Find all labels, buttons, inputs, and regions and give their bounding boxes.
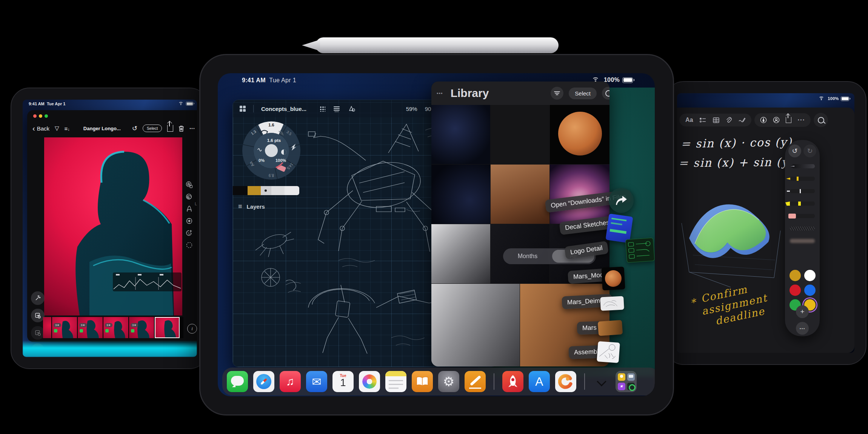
filmstrip-thumb[interactable]: 3★	[129, 317, 154, 338]
filter-icon[interactable]: ▽	[55, 125, 59, 132]
rack-more-button[interactable]: ···	[796, 322, 809, 335]
highlighter-tool[interactable]	[790, 202, 815, 206]
mail-app-icon[interactable]: ✉	[306, 371, 327, 392]
calendar-app-icon[interactable]: Tue 1	[332, 371, 354, 392]
window-more-icon[interactable]: •••	[437, 91, 443, 96]
photo-thumb-rover-bw[interactable]	[431, 284, 520, 366]
close-window-dot[interactable]	[33, 114, 37, 118]
photo-thumb-starfield-2[interactable]	[431, 165, 490, 224]
auto-adjust-icon[interactable]	[31, 291, 45, 305]
concepts-doc-title[interactable]: Concepts_blue...	[261, 106, 306, 112]
green-decal-card[interactable]	[625, 237, 655, 263]
yellow-marker-tool[interactable]	[790, 177, 815, 181]
mars-deimos-thumb[interactable]	[600, 296, 624, 311]
music-app-icon[interactable]: ♫	[280, 371, 301, 392]
assembly-thumb[interactable]	[597, 341, 620, 363]
safari-app-icon[interactable]	[253, 371, 274, 392]
dot-grid-icon[interactable]	[319, 106, 325, 112]
sort-icon[interactable]: ≡↓	[65, 125, 70, 132]
tool-wheel[interactable]: 1.6 1.3 3.5 8.9 14.5 Aa 1.6 pts 0% 100%	[238, 117, 303, 181]
fineliner-tool[interactable]	[790, 189, 815, 193]
styles-icon[interactable]	[186, 181, 193, 188]
eraser-tool[interactable]	[790, 214, 815, 218]
blur-tool[interactable]	[790, 239, 815, 243]
window-controls[interactable]	[33, 114, 48, 118]
dock-chevron-down-icon[interactable]	[597, 377, 606, 386]
pen-circle-icon[interactable]	[760, 117, 767, 123]
retouch-icon[interactable]	[186, 229, 193, 237]
color-white[interactable]	[804, 270, 816, 281]
photo-thumb-nebula[interactable]	[491, 105, 549, 164]
back-button[interactable]: ‹ Back	[32, 125, 49, 132]
curves-icon[interactable]	[186, 205, 193, 212]
undo-button[interactable]: ↺	[788, 145, 801, 157]
share-forward-button[interactable]	[609, 188, 634, 213]
notes-app-icon[interactable]	[385, 371, 406, 392]
add-color-button[interactable]: +	[796, 305, 809, 318]
photo-thumb-starfield[interactable]	[431, 105, 490, 164]
text-format-button[interactable]: Aa	[685, 117, 693, 123]
trash-icon[interactable]	[179, 125, 184, 132]
layers-stack-icon[interactable]	[333, 105, 340, 112]
export-settings-icon[interactable]	[31, 309, 45, 322]
search-button[interactable]	[814, 113, 828, 127]
collaborate-icon[interactable]	[773, 117, 780, 123]
appstore-app-icon[interactable]: A	[529, 371, 550, 392]
zoom-window-dot[interactable]	[45, 114, 48, 118]
filmstrip-thumb-selected[interactable]	[155, 317, 180, 338]
select-button[interactable]: Select	[143, 125, 162, 132]
stroke-color-slider[interactable]	[233, 186, 299, 195]
attachment-icon[interactable]	[726, 117, 732, 123]
minimize-window-dot[interactable]	[39, 114, 42, 118]
truncated-side-label: Lor	[195, 202, 197, 206]
layers-control[interactable]: ≡ Layers	[238, 203, 265, 211]
dodge-burn-icon[interactable]	[186, 217, 193, 225]
info-button[interactable]: i	[187, 324, 197, 334]
photos-app-icon[interactable]	[359, 371, 380, 392]
table-icon[interactable]	[713, 117, 719, 123]
slider-handle-dot[interactable]	[265, 189, 267, 192]
apple-pencil	[302, 37, 559, 53]
filmstrip-thumb[interactable]: 3★	[103, 317, 128, 338]
filmstrip-thumb[interactable]: 3★	[78, 317, 103, 338]
zoom-level[interactable]: 59%	[406, 106, 417, 112]
filmstrip-thumb[interactable]	[43, 317, 51, 338]
photo-thumb-dunes[interactable]	[491, 165, 549, 224]
mars-sticker-card[interactable]	[605, 214, 633, 243]
mars-model-thumb[interactable]	[601, 266, 625, 290]
main-photo[interactable]	[44, 137, 182, 315]
messages-app-icon[interactable]	[227, 371, 248, 392]
books-app-icon[interactable]	[412, 371, 433, 392]
app-library-icon[interactable]: ★	[616, 371, 637, 392]
photo-thumb-satellite[interactable]	[431, 224, 490, 283]
apple-pencil-tool[interactable]	[790, 164, 815, 168]
color-red[interactable]	[790, 285, 801, 296]
share-icon[interactable]	[786, 117, 791, 123]
photo-thumb-mars-planet[interactable]	[550, 105, 609, 164]
shape-pen-icon[interactable]	[348, 105, 356, 112]
checklist-icon[interactable]	[700, 117, 706, 123]
home-grid-icon[interactable]	[240, 106, 246, 112]
redo-button[interactable]: ↻	[803, 145, 816, 157]
segment-months[interactable]: Months	[503, 253, 552, 260]
color-gold[interactable]	[790, 270, 801, 281]
color-wheel-icon[interactable]	[186, 193, 193, 200]
mars-thumb[interactable]	[598, 320, 623, 336]
settings-app-icon[interactable]: ⚙	[438, 371, 459, 392]
color-blue[interactable]	[804, 285, 816, 296]
more-icon[interactable]: ···	[797, 116, 805, 124]
pen-app-icon[interactable]	[465, 371, 486, 392]
library-select-button[interactable]: Select	[569, 88, 597, 99]
more-icon[interactable]: •••	[189, 126, 195, 131]
library-search-button[interactable]	[602, 87, 609, 100]
rocket-app-icon[interactable]	[502, 371, 523, 392]
undo-icon[interactable]: ↺	[132, 125, 137, 132]
selection-lasso-icon[interactable]	[186, 242, 193, 249]
shader-pencil-tool[interactable]	[790, 226, 815, 231]
markup-icon[interactable]	[739, 117, 745, 123]
filmstrip-thumb[interactable]: 3★	[52, 317, 77, 338]
export-disabled-icon[interactable]	[31, 326, 45, 340]
filter-button[interactable]	[551, 87, 563, 100]
share-icon[interactable]	[167, 125, 173, 132]
c-app-icon[interactable]	[555, 371, 576, 392]
